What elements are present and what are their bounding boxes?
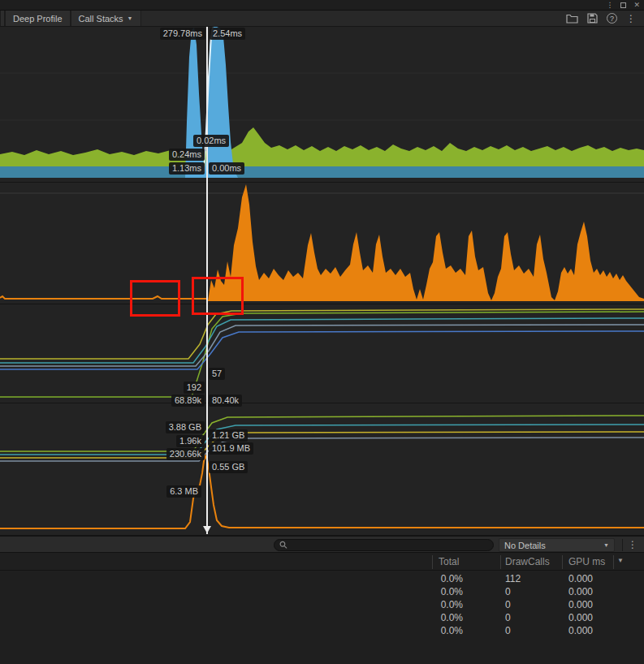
cell-drawcalls: 112: [505, 573, 521, 584]
cell-drawcalls: 0: [505, 586, 511, 597]
window-titlebar: ⋮ ✕: [0, 0, 644, 10]
cpu-left-label-2: 1.13ms: [169, 162, 205, 175]
deep-profile-label: Deep Profile: [13, 14, 63, 24]
memory-left-label-1: 3.88 GB: [166, 421, 205, 433]
column-header-total[interactable]: Total: [439, 556, 459, 567]
search-field[interactable]: [274, 539, 494, 551]
panel-menu-icon[interactable]: ⋮: [606, 0, 613, 10]
call-stacks-button[interactable]: Call Stacks ▼: [71, 11, 141, 26]
cell-total: 0.0%: [406, 612, 463, 623]
memory-left-label-2: 1.96k: [176, 435, 205, 447]
memory-left-label-4: 6.3 MB: [166, 485, 201, 498]
cell-drawcalls: 0: [505, 599, 511, 610]
chevron-down-icon: ▼: [128, 15, 133, 21]
close-icon[interactable]: ✕: [633, 0, 640, 10]
maximize-icon[interactable]: [620, 2, 626, 8]
cell-gpu-ms: 0.000: [568, 612, 593, 623]
cell-total: 0.0%: [406, 625, 463, 636]
memory-left-label-3: 230.66k: [166, 448, 205, 460]
cell-gpu-ms: 0.000: [568, 599, 593, 610]
cpu-left-label-1: 0.24ms: [169, 149, 205, 161]
call-stacks-label: Call Stacks: [79, 14, 123, 24]
column-separator: [500, 555, 501, 569]
cpu-peak-right-label: 2.54ms: [210, 28, 245, 40]
sort-indicator-icon[interactable]: ▼: [617, 557, 624, 564]
annotation-rect-2: [192, 277, 244, 315]
counter-left-label-1: 192: [184, 382, 205, 394]
counter-right-label-2: 80.40k: [209, 395, 242, 407]
toolbar-right-icons: ? ⋮: [566, 11, 644, 26]
help-icon[interactable]: ?: [607, 13, 617, 24]
table-row[interactable]: 0.0% 112 0.000: [0, 573, 644, 586]
details-view-label: No Details: [504, 541, 546, 550]
chevron-down-icon: ▼: [603, 542, 609, 548]
details-table-header: Total DrawCalls GPU ms ▼: [0, 553, 644, 571]
cpu-mid-label: 0.02ms: [193, 135, 229, 147]
cpu-right-label-2: 0.00ms: [209, 162, 244, 175]
column-header-drawcalls[interactable]: DrawCalls: [505, 556, 550, 567]
details-table-rows: 0.0% 112 0.000 0.0% 0 0.000 0.0% 0 0.000…: [0, 571, 644, 638]
unity-profiler-window: ⋮ ✕ Deep Profile Call Stacks ▼ ?: [0, 0, 644, 664]
annotation-rect-1: [130, 280, 180, 317]
cell-drawcalls: 0: [505, 625, 511, 636]
cell-gpu-ms: 0.000: [568, 586, 593, 597]
frame-selection-handle[interactable]: [203, 526, 211, 533]
column-header-gpu-ms[interactable]: GPU ms: [568, 556, 605, 567]
table-row[interactable]: 0.0% 0 0.000: [0, 612, 644, 625]
deep-profile-button[interactable]: Deep Profile: [5, 11, 71, 26]
counter-right-label-1: 57: [209, 368, 225, 380]
memory-right-label-3: 0.55 GB: [209, 461, 248, 473]
cell-gpu-ms: 0.000: [568, 625, 593, 636]
details-toolbar: No Details ▼ ⋮: [0, 536, 644, 553]
rendering-chart[interactable]: [0, 183, 644, 304]
memory-chart[interactable]: [0, 403, 644, 536]
details-more-icon[interactable]: ⋮: [628, 539, 638, 550]
column-separator: [432, 555, 433, 569]
details-panel: Total DrawCalls GPU ms ▼ 0.0% 112 0.000 …: [0, 553, 644, 664]
table-row[interactable]: 0.0% 0 0.000: [0, 625, 644, 638]
table-row[interactable]: 0.0% 0 0.000: [0, 599, 644, 612]
cell-gpu-ms: 0.000: [568, 573, 593, 584]
cell-total: 0.0%: [406, 586, 463, 597]
toolbar-separator: [622, 539, 623, 551]
cpu-peak-left-label: 279.78ms: [160, 28, 205, 40]
cell-total: 0.0%: [406, 573, 463, 584]
details-view-dropdown[interactable]: No Details ▼: [499, 538, 615, 552]
memory-right-label-2: 101.9 MB: [209, 442, 253, 455]
help-glyph: ?: [610, 15, 614, 23]
memory-right-label-1: 1.21 GB: [209, 429, 248, 442]
profiler-toolbar: Deep Profile Call Stacks ▼ ? ⋮: [0, 10, 644, 27]
cpu-usage-chart[interactable]: [0, 27, 644, 183]
cell-drawcalls: 0: [505, 612, 511, 623]
search-icon: [279, 541, 287, 550]
toolbar-more-icon[interactable]: ⋮: [626, 13, 636, 24]
counters-chart[interactable]: [0, 304, 644, 403]
column-separator: [562, 555, 563, 569]
load-profile-icon[interactable]: [566, 13, 578, 24]
table-row[interactable]: 0.0% 0 0.000: [0, 586, 644, 599]
window-controls: ⋮ ✕: [606, 0, 640, 10]
save-profile-icon[interactable]: [587, 13, 598, 24]
counter-left-label-2: 68.89k: [171, 395, 205, 407]
column-separator: [613, 555, 614, 569]
cell-total: 0.0%: [406, 599, 463, 610]
search-input[interactable]: [291, 541, 488, 550]
